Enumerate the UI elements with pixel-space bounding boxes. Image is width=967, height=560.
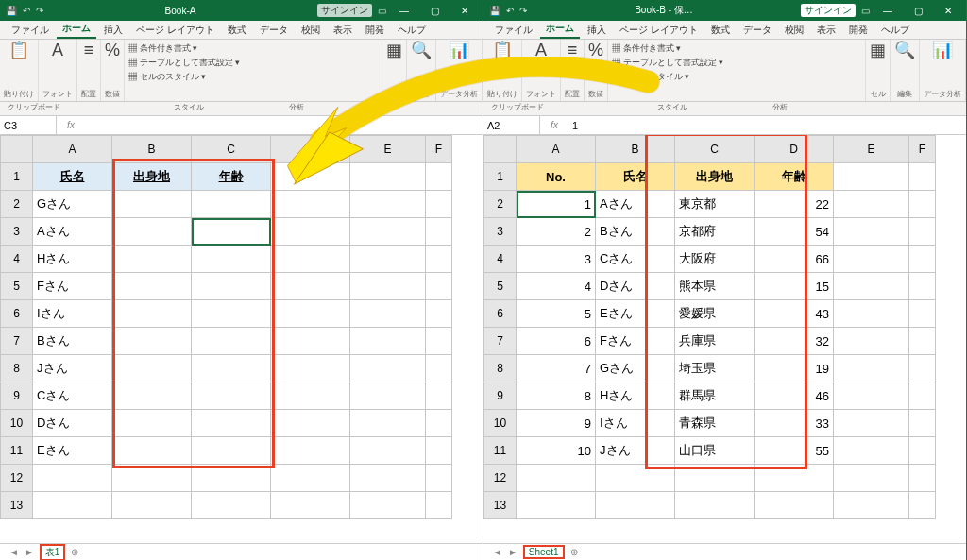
cell[interactable] [192, 410, 271, 437]
align-group[interactable]: ≡配置 [561, 40, 585, 101]
fx-icon[interactable]: fx [540, 120, 568, 130]
cell[interactable] [271, 246, 350, 273]
styles-group[interactable]: ▦ 条件付き書式 ▾▦ テーブルとして書式設定 ▾▦ セルのスタイル ▾ [608, 40, 866, 101]
cell[interactable] [192, 492, 271, 519]
row-header[interactable]: 8 [484, 355, 517, 382]
undo-icon[interactable]: ↶ [23, 6, 30, 16]
cell[interactable] [33, 465, 112, 492]
cell[interactable] [271, 382, 350, 410]
cell[interactable] [350, 437, 426, 465]
cell[interactable] [596, 492, 675, 519]
cell[interactable] [909, 355, 936, 382]
row-header[interactable]: 2 [484, 191, 517, 218]
header-cell[interactable]: No. [517, 163, 596, 191]
cell[interactable] [350, 273, 426, 300]
row-header[interactable]: 6 [1, 300, 33, 328]
cell[interactable] [112, 273, 192, 300]
cell[interactable] [192, 382, 271, 410]
cell[interactable] [426, 300, 452, 328]
cell[interactable] [426, 382, 452, 410]
cell[interactable] [112, 218, 192, 246]
cell[interactable] [834, 273, 909, 300]
header-cell[interactable] [426, 163, 452, 191]
cell[interactable] [834, 328, 909, 355]
cell[interactable] [909, 300, 936, 328]
col-header-F[interactable]: F [909, 136, 936, 163]
cell[interactable]: 3 [517, 246, 596, 273]
cell[interactable] [834, 300, 909, 328]
cell[interactable]: 46 [755, 382, 834, 410]
row-header[interactable]: 3 [484, 218, 517, 246]
cell[interactable] [909, 465, 936, 492]
row-header[interactable]: 13 [1, 492, 33, 519]
cell[interactable] [426, 355, 452, 382]
cell[interactable]: 66 [755, 246, 834, 273]
select-all-cell[interactable] [484, 136, 517, 163]
signin-button[interactable]: サインイン [317, 4, 372, 17]
cell[interactable] [271, 218, 350, 246]
signin-button[interactable]: サインイン [801, 4, 856, 17]
cell[interactable]: 33 [755, 410, 834, 437]
cell[interactable] [33, 492, 112, 519]
undo-icon[interactable]: ↶ [506, 6, 514, 16]
cell[interactable]: Gさん [596, 355, 675, 382]
redo-icon[interactable]: ↷ [519, 6, 527, 16]
col-header-C[interactable]: C [192, 136, 271, 163]
cell[interactable]: Dさん [33, 410, 112, 437]
cell[interactable] [112, 300, 192, 328]
tab-開発[interactable]: 開発 [360, 22, 390, 39]
cell[interactable] [834, 465, 909, 492]
sheet-nav-next-icon[interactable]: ► [508, 547, 517, 557]
ribbon-mode-icon[interactable]: ▭ [861, 6, 870, 16]
cell[interactable]: Cさん [596, 246, 675, 273]
row-header[interactable]: 6 [484, 300, 517, 328]
cell[interactable]: Cさん [33, 382, 112, 410]
cell[interactable] [834, 218, 909, 246]
header-cell[interactable] [350, 163, 426, 191]
row-header[interactable]: 3 [1, 218, 33, 246]
col-header-B[interactable]: B [596, 136, 675, 163]
align-group[interactable]: ≡配置 [77, 40, 101, 101]
row-header[interactable]: 7 [1, 328, 33, 355]
minimize-button[interactable]: — [875, 6, 900, 16]
cell[interactable] [192, 300, 271, 328]
sheet-nav-next-icon[interactable]: ► [25, 547, 34, 557]
cell[interactable]: 兵庫県 [675, 328, 755, 355]
cell[interactable] [426, 492, 452, 519]
cell[interactable]: Dさん [596, 273, 675, 300]
row-header[interactable]: 1 [484, 163, 517, 191]
cell[interactable]: Hさん [33, 246, 112, 273]
cell[interactable] [350, 246, 426, 273]
cell[interactable] [350, 492, 426, 519]
sheet-tab[interactable]: 表1 [40, 544, 66, 561]
close-button[interactable]: ✕ [452, 6, 477, 16]
cell[interactable] [271, 355, 350, 382]
cell[interactable] [112, 437, 192, 465]
select-all-cell[interactable] [1, 136, 33, 163]
cell[interactable] [909, 246, 936, 273]
cell[interactable] [350, 300, 426, 328]
cell[interactable] [350, 465, 426, 492]
sheet-nav-prev-icon[interactable]: ◄ [493, 547, 502, 557]
cell[interactable]: 55 [755, 437, 834, 465]
cell[interactable] [350, 355, 426, 382]
number-group[interactable]: %数値 [101, 40, 125, 101]
header-cell[interactable] [271, 163, 350, 191]
cell[interactable] [271, 191, 350, 218]
cell[interactable] [350, 218, 426, 246]
cell[interactable] [909, 492, 936, 519]
name-box[interactable]: A2 [484, 116, 540, 134]
col-header-E[interactable]: E [834, 136, 909, 163]
cell[interactable]: Aさん [33, 218, 112, 246]
row-header[interactable]: 5 [1, 273, 33, 300]
cell[interactable] [909, 382, 936, 410]
cell[interactable]: Iさん [596, 410, 675, 437]
cell[interactable]: 山口県 [675, 437, 755, 465]
cell[interactable]: 9 [517, 410, 596, 437]
cell[interactable]: 東京都 [675, 191, 755, 218]
cell[interactable] [192, 465, 271, 492]
cell[interactable]: 熊本県 [675, 273, 755, 300]
cell[interactable] [426, 465, 452, 492]
tab-ページ レイアウト[interactable]: ページ レイアウト [614, 22, 704, 39]
cell[interactable] [834, 191, 909, 218]
